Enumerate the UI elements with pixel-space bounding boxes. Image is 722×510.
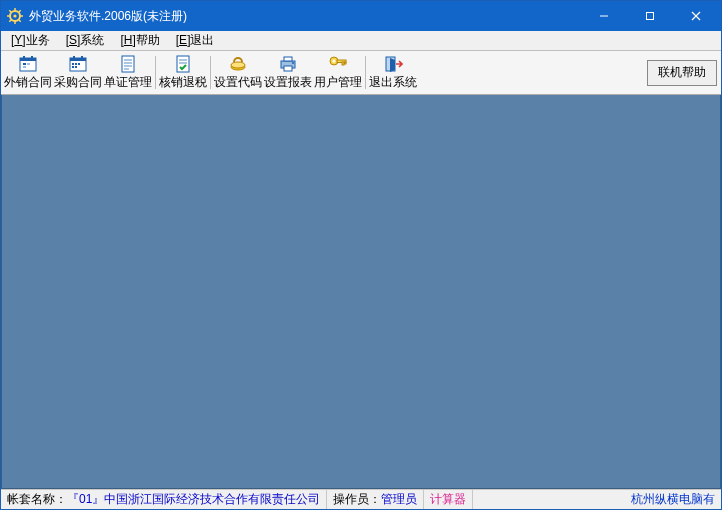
svg-rect-27 [78, 63, 80, 65]
app-window: 外贸业务软件.2006版(未注册) [Y]业务 [S]系统 [H]帮助 [E]退… [0, 0, 722, 510]
tb-label: 设置代码 [214, 74, 262, 91]
minimize-button[interactable] [581, 1, 627, 31]
svg-rect-48 [345, 62, 347, 64]
svg-line-7 [19, 20, 21, 22]
svg-line-8 [9, 20, 11, 22]
tb-verify-refund[interactable]: 核销退税 [158, 53, 208, 92]
exit-icon [382, 54, 404, 74]
close-button[interactable] [673, 1, 719, 31]
svg-point-39 [231, 62, 245, 68]
svg-point-1 [13, 14, 16, 17]
svg-rect-35 [177, 56, 189, 72]
tb-doc-management[interactable]: 单证管理 [103, 53, 153, 92]
tb-export-contract[interactable]: 外销合同 [3, 53, 53, 92]
tb-label: 核销退税 [159, 74, 207, 91]
tb-label: 设置报表 [264, 74, 312, 91]
mdi-client-area [1, 95, 721, 489]
document-check-icon [172, 54, 194, 74]
calendar-icon [67, 54, 89, 74]
menu-exit[interactable]: [E]退出 [170, 31, 221, 50]
calculator-link[interactable]: 计算器 [430, 491, 466, 508]
title-bar: 外贸业务软件.2006版(未注册) [1, 1, 721, 31]
svg-marker-50 [390, 58, 395, 72]
toolbar-separator [210, 56, 211, 89]
tb-label: 用户管理 [314, 74, 362, 91]
tb-purchase-contract[interactable]: 采购合同 [53, 53, 103, 92]
toolbar-separator [155, 56, 156, 89]
tb-label: 外销合同 [4, 74, 52, 91]
toolbar-separator [365, 56, 366, 89]
status-account: 帐套名称： 『01』中国浙江国际经济技术合作有限责任公司 [1, 490, 327, 509]
tb-set-code[interactable]: 设置代码 [213, 53, 263, 92]
window-title: 外贸业务软件.2006版(未注册) [29, 8, 581, 25]
svg-line-9 [19, 10, 21, 12]
svg-rect-18 [23, 63, 26, 65]
printer-icon [277, 54, 299, 74]
brand-text: 杭州纵横电脑有 [631, 491, 715, 508]
window-controls [581, 1, 719, 31]
menu-help[interactable]: [H]帮助 [114, 31, 165, 50]
svg-rect-25 [72, 63, 74, 65]
status-brand: 杭州纵横电脑有 [625, 490, 721, 509]
svg-line-6 [9, 10, 11, 12]
calendar-icon [17, 54, 39, 74]
key-icon [327, 54, 349, 74]
svg-rect-11 [647, 13, 654, 20]
menu-business[interactable]: [Y]业务 [5, 31, 56, 50]
svg-rect-42 [284, 66, 292, 71]
svg-rect-20 [23, 66, 26, 68]
toolbar: 外销合同 采购合同 单证管理 核销退税 设置代码 设置报表 用户管理 [1, 51, 721, 95]
svg-rect-28 [72, 66, 74, 68]
tb-label: 单证管理 [104, 74, 152, 91]
status-operator: 操作员： 管理员 [327, 490, 424, 509]
account-value: 『01』中国浙江国际经济技术合作有限责任公司 [67, 491, 320, 508]
app-icon [7, 8, 23, 24]
svg-rect-47 [342, 62, 344, 65]
svg-rect-26 [75, 63, 77, 65]
svg-rect-41 [284, 57, 292, 61]
svg-point-45 [333, 60, 336, 63]
tb-label: 退出系统 [369, 74, 417, 91]
tb-user-management[interactable]: 用户管理 [313, 53, 363, 92]
tb-set-report[interactable]: 设置报表 [263, 53, 313, 92]
svg-rect-19 [27, 63, 30, 65]
operator-label: 操作员： [333, 491, 381, 508]
online-help-button[interactable]: 联机帮助 [647, 60, 717, 86]
svg-rect-30 [122, 56, 134, 72]
settings-icon [227, 54, 249, 74]
toolbar-spacer [418, 53, 647, 92]
maximize-button[interactable] [627, 1, 673, 31]
svg-rect-29 [75, 66, 77, 68]
menu-bar: [Y]业务 [S]系统 [H]帮助 [E]退出 [1, 31, 721, 51]
svg-rect-22 [70, 58, 86, 61]
menu-system[interactable]: [S]系统 [60, 31, 111, 50]
operator-value: 管理员 [381, 491, 417, 508]
document-icon [117, 54, 139, 74]
status-calculator[interactable]: 计算器 [424, 490, 473, 509]
svg-rect-15 [20, 58, 36, 61]
tb-label: 采购合同 [54, 74, 102, 91]
status-bar: 帐套名称： 『01』中国浙江国际经济技术合作有限责任公司 操作员： 管理员 计算… [1, 489, 721, 509]
svg-point-43 [292, 62, 294, 64]
account-label: 帐套名称： [7, 491, 67, 508]
tb-exit-system[interactable]: 退出系统 [368, 53, 418, 92]
